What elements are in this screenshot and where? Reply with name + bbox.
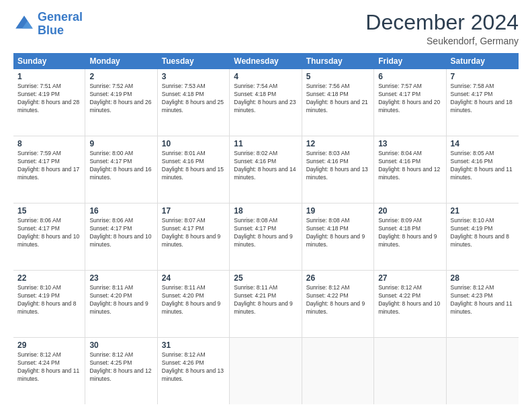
day-number: 15	[17, 206, 81, 216]
day-number: 9	[89, 139, 152, 148]
header-day-tuesday: Tuesday	[158, 53, 230, 69]
calendar-cell: 28 Sunrise: 8:12 AMSunset: 4:23 PMDaylig…	[447, 271, 519, 337]
title-block: December 2024 Seukendorf, Germany	[365, 11, 519, 46]
calendar-cell: 18 Sunrise: 8:08 AMSunset: 4:17 PMDaylig…	[230, 203, 302, 270]
calendar-row-0: 1 Sunrise: 7:51 AMSunset: 4:19 PMDayligh…	[13, 69, 519, 136]
header-day-sunday: Sunday	[13, 53, 85, 69]
cell-info: Sunrise: 7:52 AMSunset: 4:19 PMDaylight:…	[89, 83, 151, 113]
header-day-saturday: Saturday	[447, 53, 519, 69]
calendar-cell: 1 Sunrise: 7:51 AMSunset: 4:19 PMDayligh…	[13, 69, 85, 136]
day-number: 25	[234, 273, 297, 283]
calendar-cell: 23 Sunrise: 8:11 AMSunset: 4:20 PMDaylig…	[85, 271, 157, 337]
day-number: 31	[162, 340, 225, 350]
calendar-cell: 2 Sunrise: 7:52 AMSunset: 4:19 PMDayligh…	[85, 69, 157, 136]
page-title: December 2024	[365, 11, 519, 34]
cell-info: Sunrise: 8:10 AMSunset: 4:19 PMDaylight:…	[17, 284, 76, 315]
cell-info: Sunrise: 7:57 AMSunset: 4:17 PMDaylight:…	[378, 83, 440, 113]
calendar-cell	[302, 338, 374, 404]
calendar-cell: 21 Sunrise: 8:10 AMSunset: 4:19 PMDaylig…	[447, 203, 519, 270]
day-number: 27	[378, 273, 441, 283]
cell-info: Sunrise: 8:12 AMSunset: 4:24 PMDaylight:…	[17, 351, 79, 382]
day-number: 24	[162, 273, 225, 283]
day-number: 1	[17, 72, 81, 81]
calendar-cell: 4 Sunrise: 7:54 AMSunset: 4:18 PMDayligh…	[230, 69, 302, 136]
cell-info: Sunrise: 8:12 AMSunset: 4:26 PMDaylight:…	[162, 351, 224, 382]
page-subtitle: Seukendorf, Germany	[365, 36, 519, 46]
calendar-cell: 30 Sunrise: 8:12 AMSunset: 4:25 PMDaylig…	[85, 338, 157, 404]
day-number: 26	[306, 273, 369, 283]
day-number: 28	[451, 273, 515, 283]
cell-info: Sunrise: 8:02 AMSunset: 4:16 PMDaylight:…	[234, 150, 296, 181]
header-day-monday: Monday	[85, 53, 157, 69]
day-number: 22	[17, 273, 81, 283]
calendar-cell: 13 Sunrise: 8:04 AMSunset: 4:16 PMDaylig…	[374, 136, 446, 203]
day-number: 17	[162, 206, 225, 216]
calendar-cell: 19 Sunrise: 8:08 AMSunset: 4:18 PMDaylig…	[302, 203, 374, 270]
cell-info: Sunrise: 8:10 AMSunset: 4:19 PMDaylight:…	[451, 217, 509, 248]
cell-info: Sunrise: 8:09 AMSunset: 4:18 PMDaylight:…	[378, 217, 437, 248]
day-number: 30	[89, 340, 152, 350]
calendar-cell: 8 Sunrise: 7:59 AMSunset: 4:17 PMDayligh…	[13, 136, 85, 203]
calendar-body: 1 Sunrise: 7:51 AMSunset: 4:19 PMDayligh…	[13, 69, 519, 404]
day-number: 23	[89, 273, 152, 283]
calendar-cell: 6 Sunrise: 7:57 AMSunset: 4:17 PMDayligh…	[374, 69, 446, 136]
calendar-cell: 29 Sunrise: 8:12 AMSunset: 4:24 PMDaylig…	[13, 338, 85, 404]
logo-general: General	[38, 10, 83, 24]
calendar-cell: 22 Sunrise: 8:10 AMSunset: 4:19 PMDaylig…	[13, 271, 85, 337]
calendar-cell: 5 Sunrise: 7:56 AMSunset: 4:18 PMDayligh…	[302, 69, 374, 136]
calendar-cell: 12 Sunrise: 8:03 AMSunset: 4:16 PMDaylig…	[302, 136, 374, 203]
logo-blue: Blue	[38, 24, 64, 37]
cell-info: Sunrise: 8:00 AMSunset: 4:17 PMDaylight:…	[89, 150, 151, 181]
day-number: 4	[234, 72, 297, 81]
logo: General Blue	[13, 11, 83, 38]
calendar-cell	[447, 338, 519, 404]
cell-info: Sunrise: 7:51 AMSunset: 4:19 PMDaylight:…	[17, 83, 79, 113]
calendar-cell: 14 Sunrise: 8:05 AMSunset: 4:16 PMDaylig…	[447, 136, 519, 203]
calendar-row-2: 15 Sunrise: 8:06 AMSunset: 4:17 PMDaylig…	[13, 203, 519, 271]
day-number: 11	[234, 139, 297, 148]
cell-info: Sunrise: 8:03 AMSunset: 4:16 PMDaylight:…	[306, 150, 368, 181]
cell-info: Sunrise: 7:53 AMSunset: 4:18 PMDaylight:…	[162, 83, 224, 113]
calendar-cell: 26 Sunrise: 8:12 AMSunset: 4:22 PMDaylig…	[302, 271, 374, 337]
calendar-cell: 3 Sunrise: 7:53 AMSunset: 4:18 PMDayligh…	[158, 69, 230, 136]
calendar-cell: 27 Sunrise: 8:12 AMSunset: 4:22 PMDaylig…	[374, 271, 446, 337]
cell-info: Sunrise: 8:12 AMSunset: 4:23 PMDaylight:…	[451, 284, 513, 315]
cell-info: Sunrise: 8:11 AMSunset: 4:20 PMDaylight:…	[162, 284, 220, 315]
header: General Blue December 2024 Seukendorf, G…	[13, 11, 519, 46]
calendar-row-3: 22 Sunrise: 8:10 AMSunset: 4:19 PMDaylig…	[13, 271, 519, 338]
day-number: 8	[17, 139, 81, 148]
day-number: 2	[89, 72, 152, 81]
header-day-friday: Friday	[374, 53, 446, 69]
day-number: 19	[306, 206, 369, 216]
day-number: 13	[378, 139, 441, 148]
calendar-cell: 11 Sunrise: 8:02 AMSunset: 4:16 PMDaylig…	[230, 136, 302, 203]
calendar-cell: 16 Sunrise: 8:06 AMSunset: 4:17 PMDaylig…	[85, 203, 157, 270]
day-number: 5	[306, 72, 369, 81]
logo-icon	[13, 13, 35, 35]
day-number: 21	[451, 206, 515, 216]
day-number: 7	[451, 72, 515, 81]
calendar-cell: 17 Sunrise: 8:07 AMSunset: 4:17 PMDaylig…	[158, 203, 230, 270]
day-number: 20	[378, 206, 441, 216]
calendar-cell	[230, 338, 302, 404]
cell-info: Sunrise: 8:08 AMSunset: 4:17 PMDaylight:…	[234, 217, 292, 248]
cell-info: Sunrise: 8:07 AMSunset: 4:17 PMDaylight:…	[162, 217, 220, 248]
cell-info: Sunrise: 8:12 AMSunset: 4:22 PMDaylight:…	[306, 284, 365, 315]
calendar-cell: 31 Sunrise: 8:12 AMSunset: 4:26 PMDaylig…	[158, 338, 230, 404]
calendar: SundayMondayTuesdayWednesdayThursdayFrid…	[13, 53, 519, 404]
calendar-cell: 15 Sunrise: 8:06 AMSunset: 4:17 PMDaylig…	[13, 203, 85, 270]
calendar-cell: 10 Sunrise: 8:01 AMSunset: 4:16 PMDaylig…	[158, 136, 230, 203]
cell-info: Sunrise: 8:11 AMSunset: 4:21 PMDaylight:…	[234, 284, 292, 315]
header-day-thursday: Thursday	[302, 53, 374, 69]
header-day-wednesday: Wednesday	[230, 53, 302, 69]
main-container: General Blue December 2024 Seukendorf, G…	[0, 0, 532, 411]
cell-info: Sunrise: 7:59 AMSunset: 4:17 PMDaylight:…	[17, 150, 79, 181]
day-number: 6	[378, 72, 441, 81]
calendar-cell: 7 Sunrise: 7:58 AMSunset: 4:17 PMDayligh…	[447, 69, 519, 136]
cell-info: Sunrise: 8:04 AMSunset: 4:16 PMDaylight:…	[378, 150, 440, 181]
cell-info: Sunrise: 8:05 AMSunset: 4:16 PMDaylight:…	[451, 150, 513, 181]
cell-info: Sunrise: 8:08 AMSunset: 4:18 PMDaylight:…	[306, 217, 365, 248]
day-number: 18	[234, 206, 297, 216]
calendar-row-1: 8 Sunrise: 7:59 AMSunset: 4:17 PMDayligh…	[13, 136, 519, 203]
calendar-cell: 24 Sunrise: 8:11 AMSunset: 4:20 PMDaylig…	[158, 271, 230, 337]
